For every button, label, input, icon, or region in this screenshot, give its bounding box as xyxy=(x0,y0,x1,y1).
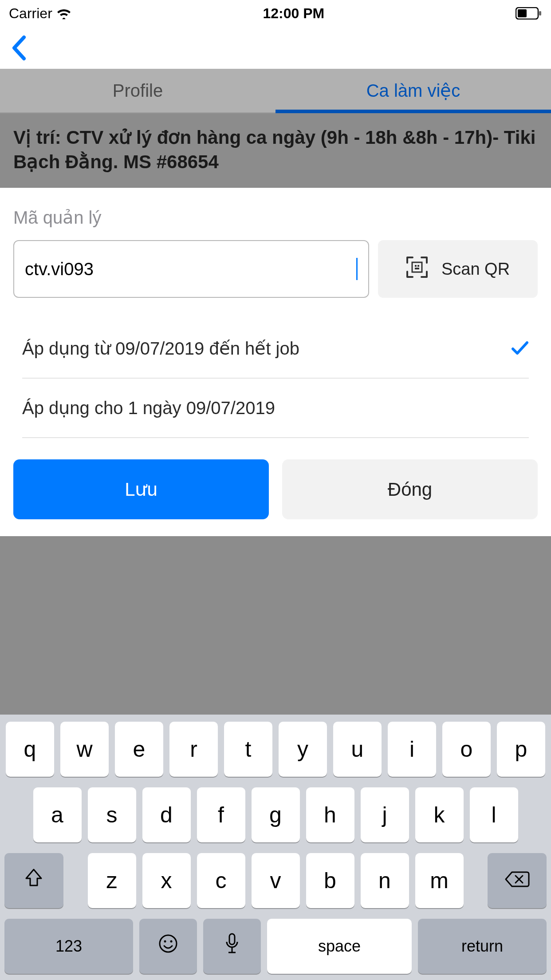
key-g[interactable]: g xyxy=(252,787,300,842)
carrier-label: Carrier xyxy=(9,5,52,22)
space-key[interactable]: space xyxy=(267,919,412,974)
code-label: Mã quản lý xyxy=(13,207,538,228)
key-s[interactable]: s xyxy=(88,787,136,842)
return-label: return xyxy=(461,937,503,956)
key-j[interactable]: j xyxy=(361,787,409,842)
key-r[interactable]: r xyxy=(169,722,218,777)
status-bar: Carrier 12:00 PM xyxy=(0,0,551,27)
svg-rect-6 xyxy=(415,268,419,269)
key-k[interactable]: k xyxy=(415,787,464,842)
numbers-key[interactable]: 123 xyxy=(4,919,133,974)
option-apply-single-day[interactable]: Áp dụng cho 1 ngày 09/07/2019 xyxy=(22,379,529,438)
keyboard: qwertyuiop asdfghjkl zxcvbnm xyxy=(0,715,551,980)
scan-qr-label: Scan QR xyxy=(441,260,510,279)
option-label: Áp dụng cho 1 ngày 09/07/2019 xyxy=(22,398,275,418)
checkmark-icon xyxy=(511,337,529,360)
mic-key[interactable] xyxy=(203,919,261,974)
tab-profile[interactable]: Profile xyxy=(0,69,276,112)
key-o[interactable]: o xyxy=(442,722,491,777)
qr-icon xyxy=(406,256,428,282)
text-caret xyxy=(356,258,358,280)
mic-icon xyxy=(224,933,240,960)
svg-rect-12 xyxy=(229,934,235,944)
back-button[interactable] xyxy=(11,35,28,61)
tab-schedule[interactable]: Ca làm việc xyxy=(276,69,551,112)
key-p[interactable]: p xyxy=(497,722,545,777)
key-h[interactable]: h xyxy=(306,787,354,842)
code-input-wrap[interactable] xyxy=(13,240,369,298)
key-m[interactable]: m xyxy=(415,853,464,908)
svg-rect-4 xyxy=(415,265,417,267)
key-e[interactable]: e xyxy=(115,722,163,777)
return-key[interactable]: return xyxy=(418,919,547,974)
svg-point-11 xyxy=(170,940,173,943)
option-apply-from-date[interactable]: Áp dụng từ 09/07/2019 đến hết job xyxy=(22,319,529,379)
space-label: space xyxy=(318,937,361,956)
shift-key[interactable] xyxy=(4,853,63,908)
key-x[interactable]: x xyxy=(142,853,191,908)
key-v[interactable]: v xyxy=(252,853,300,908)
key-l[interactable]: l xyxy=(470,787,518,842)
tab-profile-label: Profile xyxy=(113,81,163,101)
key-t[interactable]: t xyxy=(224,722,272,777)
emoji-key[interactable] xyxy=(139,919,197,974)
key-c[interactable]: c xyxy=(197,853,245,908)
options-list: Áp dụng từ 09/07/2019 đến hết job Áp dụn… xyxy=(0,315,551,443)
key-n[interactable]: n xyxy=(361,853,409,908)
code-input[interactable] xyxy=(25,259,357,279)
svg-rect-2 xyxy=(539,11,541,16)
form-section: Mã quản lý Scan QR xyxy=(0,188,551,315)
backspace-key[interactable] xyxy=(488,853,547,908)
tab-bar: Profile Ca làm việc xyxy=(0,69,551,113)
action-row: Lưu Đóng xyxy=(0,443,551,536)
close-button[interactable]: Đóng xyxy=(282,459,538,519)
shift-icon xyxy=(24,868,44,893)
svg-rect-3 xyxy=(412,262,422,272)
scan-qr-button[interactable]: Scan QR xyxy=(378,240,538,298)
svg-rect-1 xyxy=(518,9,527,17)
key-y[interactable]: y xyxy=(279,722,327,777)
save-button[interactable]: Lưu xyxy=(13,459,269,519)
svg-point-9 xyxy=(160,935,177,952)
key-a[interactable]: a xyxy=(33,787,82,842)
tab-schedule-label: Ca làm việc xyxy=(366,80,460,101)
option-label: Áp dụng từ 09/07/2019 đến hết job xyxy=(22,338,299,359)
save-label: Lưu xyxy=(125,478,157,500)
position-text: Vị trí: CTV xử lý đơn hàng ca ngày (9h -… xyxy=(13,127,535,172)
wifi-icon xyxy=(56,7,72,20)
svg-point-10 xyxy=(164,940,166,943)
key-i[interactable]: i xyxy=(388,722,436,777)
nav-bar xyxy=(0,27,551,69)
emoji-icon xyxy=(158,933,178,959)
position-banner: Vị trí: CTV xử lý đơn hàng ca ngày (9h -… xyxy=(0,113,551,188)
key-w[interactable]: w xyxy=(60,722,109,777)
close-label: Đóng xyxy=(388,479,432,500)
background-scrim xyxy=(0,536,551,715)
key-u[interactable]: u xyxy=(333,722,382,777)
clock-label: 12:00 PM xyxy=(263,5,325,22)
backspace-icon xyxy=(505,868,530,893)
numbers-label: 123 xyxy=(55,937,82,956)
svg-rect-5 xyxy=(417,265,419,267)
key-b[interactable]: b xyxy=(306,853,354,908)
key-z[interactable]: z xyxy=(88,853,136,908)
key-f[interactable]: f xyxy=(197,787,245,842)
key-d[interactable]: d xyxy=(142,787,191,842)
battery-icon xyxy=(516,7,542,20)
key-q[interactable]: q xyxy=(6,722,54,777)
